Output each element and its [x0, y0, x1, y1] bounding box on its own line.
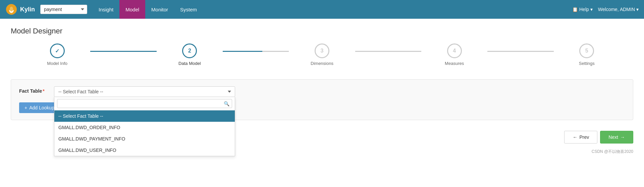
navbar: Kylin payment Insight Model Monitor Syst…	[0, 0, 644, 19]
next-button[interactable]: Next →	[600, 131, 633, 144]
svg-point-4	[10, 7, 13, 11]
add-icon: +	[24, 105, 27, 110]
step-3: 3 Dimensions	[289, 43, 355, 66]
prev-arrow-icon: ←	[573, 134, 577, 140]
step-5-label: Settings	[579, 61, 595, 66]
help-icon: 📋	[572, 7, 578, 12]
step-4-label: Measures	[445, 61, 464, 66]
step-connector-3	[355, 51, 421, 52]
step-5: 5 Settings	[554, 43, 620, 66]
fact-table-dropdown-trigger[interactable]: -- Select Fact Table --	[54, 86, 235, 97]
brand-label: Kylin	[20, 6, 35, 13]
nav-insight[interactable]: Insight	[93, 0, 119, 19]
help-label: Help	[579, 7, 589, 12]
nav-links: Insight Model Monitor System	[93, 0, 203, 19]
nav-model[interactable]: Model	[119, 0, 145, 19]
user-chevron-icon: ▾	[636, 7, 639, 12]
step-2-label: Data Model	[178, 61, 201, 66]
project-select[interactable]: payment	[40, 5, 87, 14]
step-3-circle: 3	[315, 43, 329, 58]
help-menu[interactable]: 📋 Help ▾	[572, 7, 593, 12]
step-2-circle: 2	[182, 43, 197, 58]
dropdown-arrow-icon	[228, 91, 231, 93]
next-label: Next	[608, 134, 618, 140]
step-1: ✓ Model Info	[24, 43, 90, 66]
nav-system[interactable]: System	[174, 0, 203, 19]
nav-right: 📋 Help ▾ Welcome, ADMIN ▾	[572, 7, 639, 12]
user-menu[interactable]: Welcome, ADMIN ▾	[598, 7, 639, 12]
dropdown-option-user[interactable]: GMALL.DWD_USER_INFO	[54, 145, 235, 156]
step-2: 2 Data Model	[157, 43, 223, 66]
welcome-label: Welcome, ADMIN	[598, 7, 635, 12]
step-3-label: Dimensions	[311, 61, 333, 66]
page-container: Model Designer ✓ Model Info 2 Data Model…	[0, 19, 644, 187]
step-connector-2	[223, 51, 289, 52]
fact-table-dropdown-wrapper: -- Select Fact Table -- 🔍 -- Select Fact…	[54, 86, 235, 97]
kylin-logo-icon	[5, 3, 17, 15]
dropdown-option-payment[interactable]: GMALL.DWD_PAYMENT_INFO	[54, 133, 235, 145]
form-section: Fact Table* -- Select Fact Table -- 🔍 --…	[11, 79, 633, 120]
dropdown-option-placeholder[interactable]: -- Select Fact Table --	[54, 110, 235, 122]
step-4: 4 Measures	[421, 43, 487, 66]
required-star: *	[43, 88, 44, 94]
nav-monitor[interactable]: Monitor	[145, 0, 174, 19]
help-chevron-icon: ▾	[590, 7, 593, 12]
step-1-circle: ✓	[50, 43, 65, 58]
next-arrow-icon: →	[620, 134, 625, 140]
step-5-circle: 5	[579, 43, 594, 58]
brand: Kylin	[5, 3, 35, 15]
fact-table-dropdown-menu: 🔍 -- Select Fact Table -- GMALL.DWD_ORDE…	[54, 97, 235, 156]
search-icon: 🔍	[224, 101, 229, 106]
step-4-circle: 4	[447, 43, 462, 58]
dropdown-option-order[interactable]: GMALL.DWD_ORDER_INFO	[54, 122, 235, 133]
page-title: Model Designer	[11, 27, 633, 35]
fact-table-label: Fact Table*	[19, 86, 46, 94]
dropdown-search-input[interactable]	[57, 99, 232, 108]
dropdown-selected-label: -- Select Fact Table --	[58, 89, 103, 94]
stepper: ✓ Model Info 2 Data Model 3 Dimensions 4…	[11, 43, 633, 66]
prev-label: Prev	[579, 134, 589, 140]
dropdown-search-wrapper: 🔍	[54, 97, 235, 110]
step-connector-1	[90, 51, 156, 52]
prev-button[interactable]: ← Prev	[564, 131, 597, 144]
fact-table-row: Fact Table* -- Select Fact Table -- 🔍 --…	[19, 86, 625, 97]
step-connector-4	[487, 51, 553, 52]
step-1-label: Model Info	[47, 61, 67, 66]
